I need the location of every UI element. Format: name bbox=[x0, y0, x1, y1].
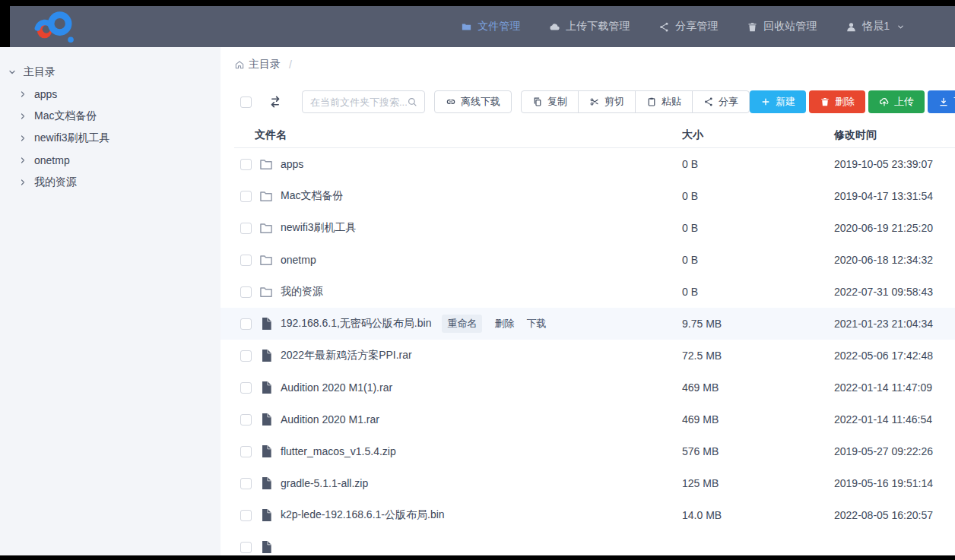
table-row[interactable]: newifi3刷机工具0 B2020-06-19 21:25:20 bbox=[234, 212, 955, 244]
file-modified-date: 2019-10-05 23:39:07 bbox=[834, 158, 955, 170]
table-row[interactable]: Audition 2020 M1.rar469 MB2022-01-14 11:… bbox=[234, 403, 955, 435]
row-checkbox[interactable] bbox=[240, 350, 252, 362]
offline-download-button[interactable]: 离线下载 bbox=[434, 90, 512, 113]
copy-button[interactable]: 复制 bbox=[521, 90, 579, 113]
nav-item-3[interactable]: 分享管理 bbox=[658, 20, 718, 33]
file-name[interactable]: apps bbox=[281, 158, 303, 170]
sidebar-item-1[interactable]: apps bbox=[0, 83, 221, 105]
column-header-modified[interactable]: 修改时间 bbox=[834, 128, 955, 142]
primary-button-group: 新建删除上传下载 bbox=[750, 90, 955, 113]
share-button[interactable]: 分享 bbox=[692, 90, 750, 113]
chevron-right-icon[interactable] bbox=[18, 134, 27, 143]
upload-button[interactable]: 上传 bbox=[868, 90, 925, 113]
table-row[interactable]: apps0 B2019-10-05 23:39:07 bbox=[234, 148, 955, 180]
nav-item-2[interactable]: 上传下载管理 bbox=[549, 20, 630, 33]
file-icon bbox=[259, 316, 274, 331]
file-size: 9.75 MB bbox=[682, 318, 834, 330]
sidebar-item-label: 我的资源 bbox=[34, 176, 77, 189]
chevron-right-icon[interactable] bbox=[18, 112, 27, 121]
rename-action[interactable]: 重命名 bbox=[442, 315, 482, 333]
row-checkbox[interactable] bbox=[240, 414, 252, 426]
file-name[interactable]: flutter_macos_v1.5.4.zip bbox=[281, 445, 396, 457]
file-name[interactable]: onetmp bbox=[281, 254, 316, 266]
user-menu[interactable]: 恪晨1 bbox=[846, 20, 905, 33]
swap-view-icon[interactable] bbox=[267, 94, 284, 109]
table-row[interactable]: 2022年最新鸡活方案PPI.rar72.5 MB2022-05-06 17:4… bbox=[234, 340, 955, 372]
link-icon bbox=[446, 96, 456, 107]
file-name[interactable]: gradle-5.1.1-all.zip bbox=[281, 477, 368, 489]
row-checkbox[interactable] bbox=[240, 478, 252, 489]
download-button[interactable]: 下载 bbox=[928, 90, 955, 113]
chevron-down-icon[interactable] bbox=[8, 68, 17, 77]
nav-item-label: 分享管理 bbox=[675, 20, 718, 33]
delete-button[interactable]: 删除 bbox=[809, 90, 865, 113]
row-checkbox[interactable] bbox=[240, 191, 252, 202]
file-size: 576 MB bbox=[682, 445, 834, 457]
row-main-cell: 2022年最新鸡活方案PPI.rar bbox=[234, 348, 682, 363]
download-action[interactable]: 下载 bbox=[526, 317, 546, 331]
file-modified-date: 2019-04-17 13:31:54 bbox=[834, 190, 955, 202]
sidebar-item-3[interactable]: newifi3刷机工具 bbox=[0, 127, 221, 149]
delete-action[interactable]: 删除 bbox=[494, 317, 514, 331]
toolbar: 离线下载 复制剪切粘贴分享 新建删除上传下载 bbox=[234, 90, 955, 113]
row-checkbox[interactable] bbox=[240, 382, 252, 394]
table-row[interactable]: 192.168.6.1,无密码公版布局.bin重命名删除下载9.75 MB202… bbox=[221, 308, 955, 340]
user-icon bbox=[846, 21, 857, 33]
row-checkbox[interactable] bbox=[240, 542, 252, 553]
app-logo[interactable] bbox=[30, 9, 78, 44]
column-header-filename[interactable]: 文件名 bbox=[234, 128, 682, 142]
copy-icon bbox=[532, 96, 543, 107]
search-input[interactable] bbox=[310, 96, 407, 108]
file-name[interactable]: Audition 2020 M1.rar bbox=[281, 413, 379, 426]
sidebar-item-5[interactable]: 我的资源 bbox=[0, 171, 221, 193]
row-checkbox[interactable] bbox=[240, 446, 252, 457]
user-name: 恪晨1 bbox=[862, 20, 890, 33]
row-main-cell: Mac文档备份 bbox=[234, 188, 682, 204]
file-name[interactable]: k2p-lede-192.168.6.1-公版布局.bin bbox=[281, 508, 445, 522]
table-row[interactable]: 我的资源0 B2022-07-31 09:58:43 bbox=[234, 276, 955, 308]
sidebar-item-4[interactable]: onetmp bbox=[0, 149, 221, 171]
file-name[interactable]: newifi3刷机工具 bbox=[281, 221, 357, 235]
file-modified-date: 2022-01-14 11:46:54 bbox=[834, 413, 955, 426]
table-row[interactable]: Mac文档备份0 B2019-04-17 13:31:54 bbox=[234, 180, 955, 212]
plus-icon bbox=[760, 96, 771, 107]
search-icon[interactable] bbox=[407, 96, 417, 107]
table-row[interactable]: onetmp0 B2020-06-18 12:34:32 bbox=[234, 244, 955, 276]
row-main-cell: 我的资源 bbox=[234, 284, 682, 299]
row-checkbox[interactable] bbox=[240, 159, 252, 170]
table-row[interactable]: flutter_macos_v1.5.4.zip576 MB2019-05-27… bbox=[234, 435, 955, 467]
select-all-checkbox[interactable] bbox=[240, 96, 252, 108]
table-row[interactable]: k2p-lede-192.168.6.1-公版布局.bin14.0 MB2022… bbox=[234, 499, 955, 531]
chevron-right-icon[interactable] bbox=[18, 156, 27, 165]
nav-item-label: 文件管理 bbox=[478, 20, 520, 33]
clipboard-button[interactable]: 粘贴 bbox=[635, 90, 693, 113]
row-main-cell: onetmp bbox=[234, 252, 682, 267]
table-row[interactable]: Audition 2020 M1(1).rar469 MB2022-01-14 … bbox=[234, 372, 955, 403]
folder-outline-icon bbox=[259, 252, 274, 267]
new-button[interactable]: 新建 bbox=[750, 90, 806, 113]
chevron-right-icon[interactable] bbox=[18, 178, 27, 187]
column-header-size[interactable]: 大小 bbox=[682, 128, 834, 142]
row-checkbox[interactable] bbox=[240, 318, 252, 330]
scissors-button[interactable]: 剪切 bbox=[578, 90, 636, 113]
file-name[interactable]: Audition 2020 M1(1).rar bbox=[281, 381, 392, 394]
table-row[interactable]: gradle-5.1.1-all.zip125 MB2019-05-16 19:… bbox=[234, 467, 955, 499]
chevron-down-icon[interactable] bbox=[896, 23, 905, 31]
file-modified-date: 2022-01-14 11:47:09 bbox=[834, 381, 955, 394]
file-name[interactable]: Mac文档备份 bbox=[281, 189, 343, 203]
row-checkbox[interactable] bbox=[240, 510, 252, 521]
button-label: 粘贴 bbox=[662, 95, 681, 109]
row-checkbox[interactable] bbox=[240, 286, 252, 298]
file-name[interactable]: 192.168.6.1,无密码公版布局.bin bbox=[281, 317, 431, 331]
row-checkbox[interactable] bbox=[240, 223, 252, 234]
file-name[interactable]: 我的资源 bbox=[281, 285, 323, 299]
nav-item-1[interactable]: 文件管理 bbox=[461, 20, 520, 33]
table-row[interactable] bbox=[234, 531, 955, 555]
row-checkbox[interactable] bbox=[240, 255, 252, 266]
file-name[interactable]: 2022年最新鸡活方案PPI.rar bbox=[281, 349, 412, 362]
sidebar-item-root[interactable]: 主目录 bbox=[0, 61, 221, 83]
breadcrumb-root[interactable]: 主目录 bbox=[249, 58, 281, 71]
chevron-right-icon[interactable] bbox=[18, 90, 27, 99]
sidebar-item-2[interactable]: Mac文档备份 bbox=[0, 105, 221, 127]
nav-item-4[interactable]: 回收站管理 bbox=[747, 20, 817, 33]
